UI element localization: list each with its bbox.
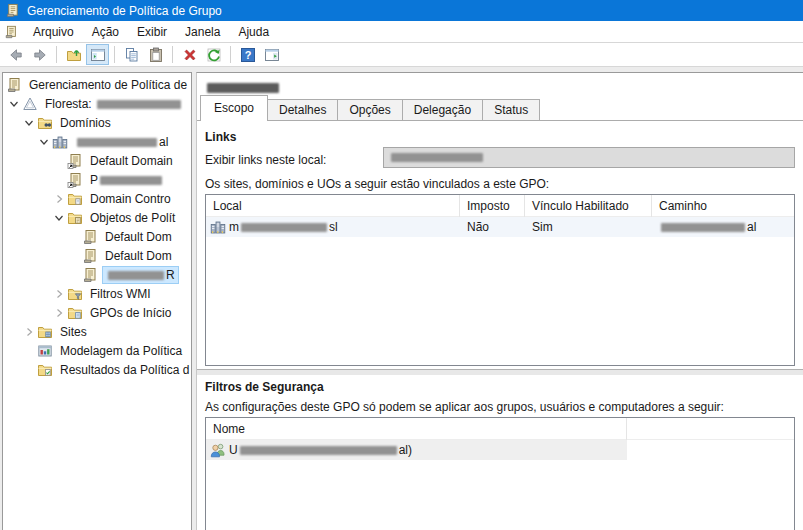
link-vinculo-cell: Sim xyxy=(525,217,652,237)
redacted-text xyxy=(240,446,397,455)
chevron-down-icon[interactable] xyxy=(36,134,52,150)
refresh-button[interactable] xyxy=(202,44,225,65)
forward-icon xyxy=(32,47,48,63)
help-button[interactable] xyxy=(236,44,259,65)
tree-item-label: Objetos de Polít xyxy=(87,210,178,226)
policy-modeling-icon xyxy=(37,343,53,359)
tab-strip: Escopo Detalhes Opções Delegação Status xyxy=(200,97,803,121)
tree-item-gpos-de-inicio[interactable]: GPOs de Início xyxy=(3,303,191,322)
menu-janela[interactable]: Janela xyxy=(176,22,229,42)
forest-icon xyxy=(22,96,38,112)
chevron-down-icon[interactable] xyxy=(6,96,22,112)
gpo-link-icon xyxy=(67,153,83,169)
up-one-level-button[interactable] xyxy=(62,44,85,65)
domain-icon xyxy=(210,219,226,235)
tree-item-label: Default Dom xyxy=(102,248,175,264)
tree-item-sites[interactable]: Sites xyxy=(3,322,191,341)
tree-item-default-domain-gpo-2[interactable]: Default Dom xyxy=(3,246,191,265)
column-header-imposto[interactable]: Imposto xyxy=(460,195,525,217)
security-table-header: Nome xyxy=(206,418,794,440)
users-icon xyxy=(210,442,226,458)
show-action-pane-button[interactable] xyxy=(260,44,283,65)
tree-item-label: GPOs de Início xyxy=(87,305,174,321)
back-button[interactable] xyxy=(4,44,27,65)
forward-button[interactable] xyxy=(28,44,51,65)
link-caminho-cell: al xyxy=(652,217,794,237)
tree-item-label: Filtros WMI xyxy=(87,286,154,302)
menu-acao[interactable]: Ação xyxy=(83,22,128,42)
tab-status[interactable]: Status xyxy=(482,99,540,121)
console-icon[interactable] xyxy=(4,25,18,39)
redacted-text xyxy=(97,100,181,109)
tree-item-default-domain-policy[interactable]: Default Domain xyxy=(3,151,191,170)
domains-folder-icon xyxy=(37,115,53,131)
column-header-nome[interactable]: Nome xyxy=(206,418,627,440)
column-header-caminho[interactable]: Caminho xyxy=(652,195,794,217)
gpo-link-icon xyxy=(67,172,83,188)
gpmc-window: Gerenciamento de Política de Grupo Arqui… xyxy=(0,0,803,530)
redacted-text xyxy=(77,138,157,147)
back-icon xyxy=(8,47,24,63)
links-table-row[interactable]: msl Não Sim al xyxy=(206,217,794,237)
tab-opcoes[interactable]: Opções xyxy=(337,99,402,121)
copy-button[interactable] xyxy=(120,44,143,65)
up-folder-icon xyxy=(66,47,82,63)
menu-bar: Arquivo Ação Exibir Janela Ajuda xyxy=(0,21,803,43)
tree-item-label: Gerenciamento de Política de xyxy=(26,77,190,93)
title-bar[interactable]: Gerenciamento de Política de Grupo xyxy=(0,0,803,21)
menu-arquivo[interactable]: Arquivo xyxy=(24,22,83,42)
chevron-down-icon[interactable] xyxy=(21,115,37,131)
security-filters-heading: Filtros de Segurança xyxy=(205,380,324,394)
tree-item-label-selected: R xyxy=(102,266,179,284)
delete-button[interactable] xyxy=(178,44,201,65)
delete-x-icon xyxy=(182,47,198,63)
console-tree-icon xyxy=(90,47,106,63)
security-table-row[interactable]: Ual) xyxy=(206,440,627,460)
tree-item-gpmc-root[interactable]: Gerenciamento de Política de xyxy=(3,75,191,94)
starter-gpo-folder-icon xyxy=(67,305,83,321)
chevron-right-icon[interactable] xyxy=(51,305,67,321)
tab-delegacao[interactable]: Delegação xyxy=(402,99,483,121)
chevron-right-icon[interactable] xyxy=(51,286,67,302)
tree-item-default-domain-gpo-1[interactable]: Default Dom xyxy=(3,227,191,246)
policy-results-icon xyxy=(37,362,53,378)
tree-item-gpo-link-redacted[interactable]: P xyxy=(3,170,191,189)
menu-ajuda[interactable]: Ajuda xyxy=(229,22,278,42)
folder-icon xyxy=(67,191,83,207)
tab-escopo[interactable]: Escopo xyxy=(200,95,268,121)
paste-button[interactable] xyxy=(144,44,167,65)
links-heading: Links xyxy=(205,130,236,144)
redacted-text xyxy=(207,83,279,93)
tree-item-label: P xyxy=(87,172,167,188)
links-table: Local Imposto Vínculo Habilitado Caminho… xyxy=(205,194,795,366)
tree-item-domain[interactable]: al xyxy=(3,132,191,151)
tree-item-forest[interactable]: Floresta: xyxy=(3,94,191,113)
tree-item-domain-controllers[interactable]: Domain Contro xyxy=(3,189,191,208)
show-console-tree-button[interactable] xyxy=(86,44,109,65)
tree-item-selected-gpo[interactable]: R xyxy=(3,265,191,284)
tree-item-dominios[interactable]: Domínios xyxy=(3,113,191,132)
toolbar xyxy=(0,43,803,67)
section-splitter[interactable] xyxy=(197,369,803,376)
menu-exibir[interactable]: Exibir xyxy=(128,22,176,42)
tree-item-resultados[interactable]: Resultados da Política d xyxy=(3,360,191,379)
tab-strip-line xyxy=(197,120,803,121)
column-header-local[interactable]: Local xyxy=(206,195,460,217)
gpo-icon xyxy=(82,267,98,283)
content-panel: Escopo Detalhes Opções Delegação Status … xyxy=(196,72,803,530)
chevron-right-icon[interactable] xyxy=(51,191,67,207)
tree-item-modelagem[interactable]: Modelagem da Política xyxy=(3,341,191,360)
help-icon xyxy=(240,47,256,63)
tab-detalhes[interactable]: Detalhes xyxy=(267,99,338,121)
chevron-down-icon[interactable] xyxy=(51,210,67,226)
redacted-text xyxy=(661,223,745,232)
gpo-icon xyxy=(82,229,98,245)
tree-item-objetos-de-politica[interactable]: Objetos de Polít xyxy=(3,208,191,227)
column-header-vinculo-habilitado[interactable]: Vínculo Habilitado xyxy=(525,195,652,217)
security-filters-description: As configurações deste GPO só podem se a… xyxy=(205,400,724,414)
links-location-combobox[interactable] xyxy=(383,147,795,168)
tree-item-filtros-wmi[interactable]: Filtros WMI xyxy=(3,284,191,303)
gpo-title xyxy=(205,80,281,92)
security-name-cell: Ual) xyxy=(206,440,627,460)
chevron-right-icon[interactable] xyxy=(21,324,37,340)
